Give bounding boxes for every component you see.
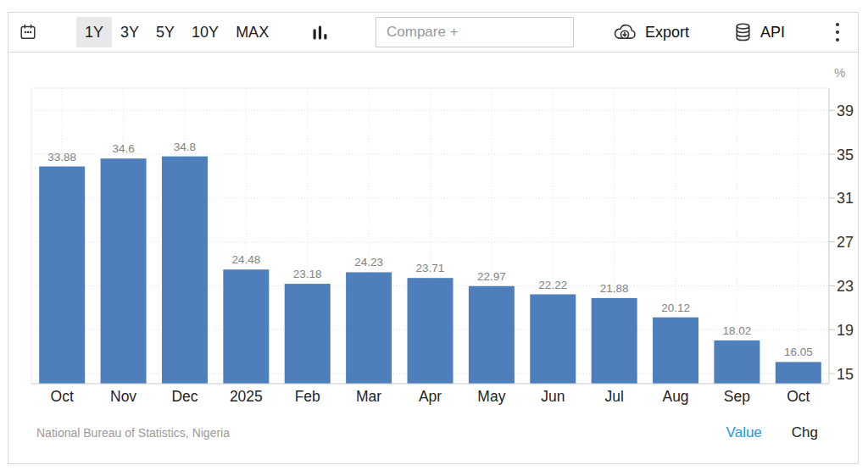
bar-Feb[interactable] (285, 284, 331, 384)
x-axis-label: Nov (110, 388, 136, 405)
bar-Oct[interactable] (39, 167, 85, 384)
bar-Apr[interactable] (408, 278, 453, 384)
bar-value-label: 24.48 (231, 253, 260, 266)
chart-type-button[interactable] (312, 24, 328, 42)
bar-value-label: 20.12 (661, 302, 690, 314)
chart-panel: 33.88Oct34.6Nov34.8Dec24.48202523.18Feb2… (8, 53, 859, 464)
chg-mode-button[interactable]: Chg (792, 424, 818, 441)
x-axis-label: Sep (724, 388, 750, 405)
x-axis-label: 2025 (230, 388, 263, 405)
y-axis-tick-label: 19 (837, 322, 854, 339)
x-axis-label: Feb (295, 388, 320, 405)
x-axis-label: Jul (604, 388, 623, 405)
api-button[interactable]: API (733, 22, 785, 42)
y-axis-tick-label: 35 (837, 147, 854, 163)
more-menu-button[interactable] (834, 21, 841, 43)
x-axis-label: Dec (171, 388, 198, 405)
x-axis-label: Oct (51, 388, 74, 405)
column-chart-icon (312, 24, 328, 42)
x-axis-label: Jun (541, 388, 565, 405)
compare-input[interactable] (376, 17, 574, 47)
bar-Sep[interactable] (714, 340, 760, 384)
calendar-icon (19, 23, 37, 42)
source-attribution: National Bureau of Statistics, Nigeria (36, 426, 230, 440)
bar-Jun[interactable] (530, 295, 576, 384)
bar-Dec[interactable] (162, 157, 208, 384)
bar-value-label: 33.88 (47, 151, 76, 163)
range-button-10y[interactable]: 10Y (183, 17, 227, 47)
x-axis-label: May (477, 388, 505, 405)
kebab-menu-icon (834, 21, 841, 43)
database-icon (733, 22, 753, 42)
x-axis-label: Apr (419, 388, 442, 405)
y-axis-tick-label: 31 (837, 190, 854, 207)
bar-2025[interactable] (223, 269, 269, 384)
y-axis-tick-label: 23 (837, 278, 854, 295)
bar-value-label: 34.6 (112, 142, 134, 155)
chart-toolbar: 1Y 3Y 5Y 10Y MAX Export API (8, 12, 859, 53)
y-axis-tick-label: 15 (837, 366, 854, 383)
bar-Mar[interactable] (346, 272, 392, 384)
value-mode-button[interactable]: Value (726, 424, 762, 441)
bar-value-label: 24.23 (354, 256, 383, 268)
y-axis-tick-label: 27 (837, 234, 854, 251)
y-axis-unit-label: % (834, 65, 845, 80)
bar-value-label: 22.97 (477, 270, 506, 283)
bar-Jul[interactable] (592, 298, 637, 384)
range-button-5y[interactable]: 5Y (147, 17, 183, 47)
range-selector: 1Y 3Y 5Y 10Y MAX (76, 17, 277, 47)
display-mode-switch: Value Chg (726, 424, 818, 441)
range-button-max[interactable]: MAX (227, 17, 277, 47)
x-axis-label: Aug (662, 388, 688, 405)
bar-Aug[interactable] (653, 318, 698, 384)
export-button[interactable]: Export (612, 23, 689, 42)
range-button-3y[interactable]: 3Y (112, 17, 147, 47)
bar-value-label: 23.18 (293, 268, 322, 280)
bar-value-label: 21.88 (600, 282, 629, 295)
x-axis-label: Oct (787, 388, 810, 405)
bar-May[interactable] (469, 286, 515, 384)
api-label: API (760, 24, 785, 42)
bar-value-label: 18.02 (723, 324, 752, 337)
bar-value-label: 23.71 (416, 262, 445, 274)
calendar-button[interactable] (19, 23, 37, 42)
x-axis-label: Mar (356, 388, 381, 405)
bar-value-label: 34.8 (174, 141, 196, 153)
bar-value-label: 16.05 (784, 346, 813, 358)
y-axis-tick-label: 39 (837, 102, 854, 119)
bar-Oct[interactable] (776, 362, 821, 384)
bar-Nov[interactable] (101, 158, 147, 384)
range-button-1y[interactable]: 1Y (76, 17, 112, 47)
bar-value-label: 22.22 (538, 279, 567, 291)
cloud-download-icon (612, 23, 637, 42)
bar-chart[interactable]: 33.88Oct34.6Nov34.8Dec24.48202523.18Feb2… (8, 53, 858, 462)
export-label: Export (645, 24, 689, 42)
